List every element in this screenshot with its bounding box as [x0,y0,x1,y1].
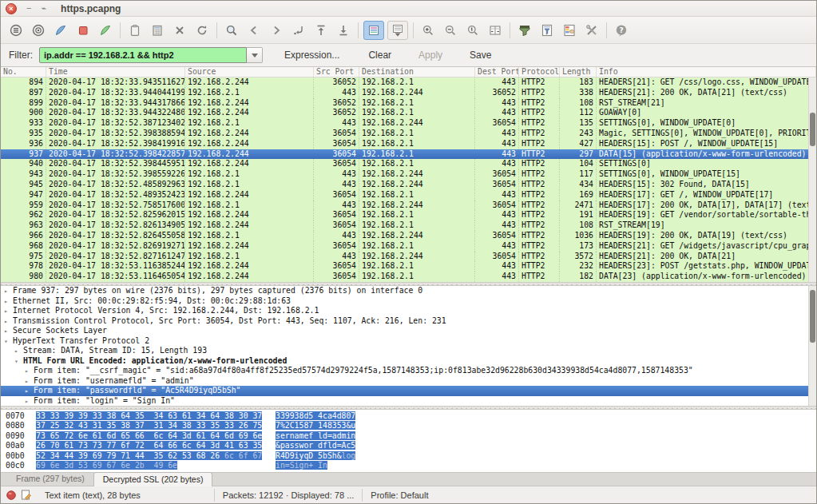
hex-bytes[interactable]: 52 34 44 39 69 79 71 44 35 62 53 68 26 6… [36,451,262,460]
detail-row[interactable]: ▸Ethernet II, Src: 00:0c:29:82:f5:94, Ds… [1,296,810,307]
detail-row[interactable]: ▸Stream: DATA, Stream ID: 15, Length 193 [1,346,810,356]
detail-row[interactable]: ▸Internet Protocol Version 4, Src: 192.1… [1,306,810,316]
zoom-original-icon[interactable] [462,20,484,41]
packet-list-scrollbar[interactable] [808,77,816,282]
preferences-icon[interactable] [581,20,603,41]
expand-icon[interactable]: ▸ [25,377,34,387]
go-last-packet-icon[interactable] [332,20,355,41]
expert-info-icon[interactable] [6,490,17,501]
display-filters-icon[interactable] [536,20,558,41]
packet-row[interactable]: 9432020-04-17 18:32:52.398559226192.168.… [1,169,810,180]
packet-row[interactable]: 9472020-04-17 18:32:52.489352423192.168.… [1,190,810,200]
column-header[interactable]: Src Port [314,67,359,77]
save-file-icon[interactable] [146,20,169,41]
column-header[interactable]: Time [46,67,185,77]
packet-list-header[interactable]: No.TimeSourceSrc PortDestinationDest Por… [1,67,816,77]
column-header[interactable]: Destination [359,67,475,77]
capture-comment-icon[interactable] [20,489,32,501]
detail-row[interactable]: ▸Form item: "usernamefld" = "admin" [1,376,810,387]
apply-button[interactable]: Apply [410,48,451,62]
hex-bytes[interactable]: 37 25 32 43 31 35 38 37 31 34 38 33 35 3… [36,421,262,430]
packet-row[interactable]: 9802020-04-17 18:32:53.116465054192.168.… [1,272,810,282]
filter-dropdown-button[interactable] [247,47,263,63]
expand-icon[interactable]: ▸ [25,397,34,407]
hex-bytes[interactable]: 69 6e 3d 53 69 67 6e 2b 49 6e [36,461,177,470]
hex-ascii[interactable]: &passwor dfld=Ac5 [276,441,355,450]
expand-icon[interactable]: ▸ [4,317,13,327]
packet-row[interactable]: 8942020-04-17 18:32:33.943511627192.168.… [1,77,810,88]
clear-button[interactable]: Clear [359,48,400,62]
expand-icon[interactable]: ▸ [25,367,34,376]
stop-capture-icon[interactable] [72,20,94,41]
go-back-icon[interactable] [243,20,265,41]
close-window-button[interactable]: × [6,3,17,14]
detail-row[interactable]: ▸Transmission Control Protocol, Src Port… [1,316,810,327]
capture-options-icon[interactable] [27,20,50,41]
detail-row[interactable]: ▸Form item: "login" = "Sign In" [1,396,810,407]
hex-bytes[interactable]: 33 33 39 39 33 38 64 35 34 63 61 34 64 3… [36,411,262,420]
collapse-icon[interactable]: ▾ [4,337,13,347]
packet-row[interactable]: 9752020-04-17 18:32:52.827161247192.168.… [1,252,810,262]
save-button[interactable]: Save [461,48,500,62]
packet-row[interactable]: 9682020-04-17 18:32:52.826919271192.168.… [1,241,810,252]
maximize-window-button[interactable]: ⌁ [41,4,46,13]
capture-filters-icon[interactable] [514,20,536,41]
column-header[interactable]: No. [1,67,46,77]
help-icon[interactable]: ? [610,20,633,41]
hex-row[interactable]: 007033 33 39 39 33 38 64 35 34 63 61 34 … [1,411,816,421]
packet-row[interactable]: 9402020-04-17 18:32:52.398445951192.168.… [1,159,810,169]
expand-icon[interactable]: ▸ [14,347,23,356]
hex-ascii[interactable]: sernamef ld=admin [276,431,355,441]
collapse-icon[interactable]: ▾ [14,357,23,367]
hex-ascii[interactable]: 339938d5 4ca4d807 [276,411,355,421]
reload-icon[interactable] [191,20,213,41]
detail-row[interactable]: ▾HTML Form URL Encoded: application/x-ww… [1,356,810,367]
restart-capture-icon[interactable] [94,20,117,41]
packet-row[interactable]: 9622020-04-17 18:32:52.825962015192.168.… [1,210,810,220]
close-file-icon[interactable] [169,20,191,41]
start-capture-icon[interactable] [50,20,72,41]
expand-icon[interactable]: ▸ [4,297,13,307]
tab-decrypted-ssl[interactable]: Decrypted SSL (202 bytes) [93,472,213,486]
column-header[interactable]: Protocol [519,67,560,77]
packet-row[interactable]: 9632020-04-17 18:32:52.826134905192.168.… [1,220,810,231]
hex-ascii[interactable]: in=Sign+ In [276,461,327,470]
auto-scroll-icon[interactable] [387,21,408,40]
packet-row[interactable]: 9372020-04-17 18:32:52.398422857192.168.… [1,149,810,160]
hex-bytes[interactable]: 73 65 72 6e 61 6d 65 66 6c 64 3d 61 64 6… [36,431,262,440]
packet-row[interactable]: 9332020-04-17 18:32:52.387123402192.168.… [1,118,810,129]
packet-row[interactable]: 9362020-04-17 18:32:52.398419916192.168.… [1,139,810,149]
details-scrollbar[interactable] [808,286,816,406]
expand-icon[interactable]: ▸ [4,307,13,316]
resize-columns-icon[interactable] [484,20,506,41]
packet-row[interactable]: 9782020-04-17 18:32:53.116385244192.168.… [1,261,810,272]
packet-row[interactable]: 9352020-04-17 18:32:52.398388594192.168.… [1,129,810,139]
filter-input[interactable] [39,47,247,63]
minimize-window-button[interactable]: − [26,4,31,13]
packet-row[interactable]: 8992020-04-17 18:32:33.944317866192.168.… [1,98,810,109]
list-interfaces-icon[interactable] [5,20,27,41]
column-header[interactable]: Length [560,67,597,77]
detail-row[interactable]: ▸Form item: "__csrf_magic" = "sid:a68a97… [1,366,810,376]
hex-row[interactable]: 00c069 6e 3d 53 69 67 6e 2b 49 6ein=Sign… [1,461,816,470]
expression-button[interactable]: Expression... [276,48,348,62]
expand-icon[interactable]: ▸ [4,327,13,336]
hex-row[interactable]: 00b052 34 44 39 69 79 71 44 35 62 53 68 … [1,451,816,461]
colorize-icon[interactable] [363,21,384,40]
coloring-rules-icon[interactable] [558,20,581,41]
packet-row[interactable]: 9662020-04-17 18:32:52.826455058192.168.… [1,231,810,241]
packet-row[interactable]: 8972020-04-17 18:32:33.944044199192.168.… [1,88,810,98]
packet-bytes-pane[interactable]: 007033 33 39 39 33 38 64 35 34 63 61 34 … [1,410,816,472]
go-first-packet-icon[interactable] [310,20,332,41]
column-header[interactable]: Dest Port [475,67,519,77]
expand-icon[interactable]: ▸ [4,287,13,296]
go-to-packet-icon[interactable] [288,20,310,41]
hex-row[interactable]: 009073 65 72 6e 61 6d 65 66 6c 64 3d 61 … [1,431,816,441]
detail-row[interactable]: ▸Form item: "passwordfld" = "Ac5R4D9iyqD… [1,386,810,396]
hex-row[interactable]: 00a026 70 61 73 73 77 6f 72 64 66 6c 64 … [1,441,816,450]
hex-ascii[interactable]: R4D9iyqD 5bSh&log [276,451,355,461]
zoom-out-icon[interactable] [439,20,462,41]
go-forward-icon[interactable] [265,20,288,41]
zoom-in-icon[interactable] [417,20,439,41]
hex-ascii[interactable]: 7%2C1587 148353&u [276,421,355,431]
